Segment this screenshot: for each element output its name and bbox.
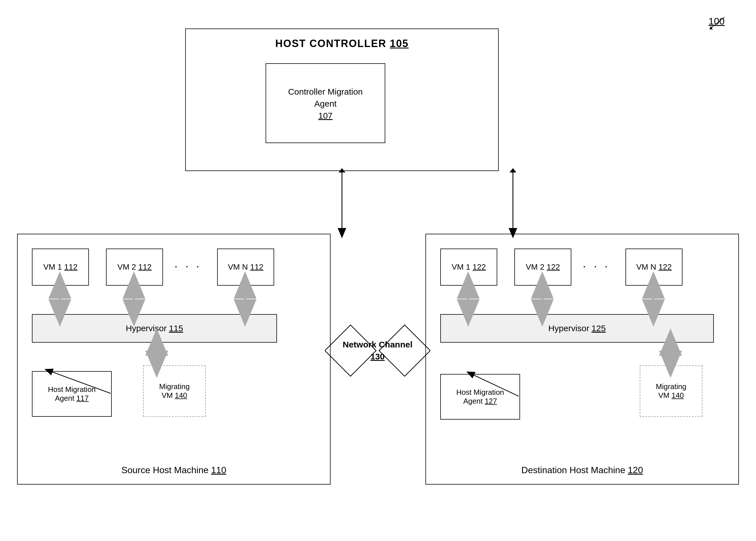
dest-migrating-vm-box: MigratingVM 140 <box>640 365 702 417</box>
dest-vm1-box: VM 1 122 <box>440 249 497 285</box>
source-vm2-ref: 112 <box>138 263 152 271</box>
dest-vmN-ref: 122 <box>658 263 672 271</box>
source-vm1-box: VM 1 112 <box>32 249 89 285</box>
host-controller-ref: 105 <box>390 38 409 49</box>
ref-100-arrow <box>705 14 727 31</box>
source-host-ref: 110 <box>211 465 226 475</box>
network-channel-ref: 130 <box>370 352 385 361</box>
dest-vm2-ref: 122 <box>547 263 560 271</box>
dest-migrating-vm-ref: 140 <box>671 391 684 400</box>
source-hypervisor-box: Hypervisor 115 <box>32 314 277 342</box>
dest-vm-dots: . . . <box>583 257 610 270</box>
source-vm-dots: . . . <box>175 257 202 270</box>
source-vm1-ref: 112 <box>64 263 78 271</box>
source-vm2-box: VM 2 112 <box>106 249 163 285</box>
source-vmN-ref: 112 <box>250 263 263 271</box>
source-migrating-vm-ref: 140 <box>175 391 187 400</box>
svg-line-0 <box>710 17 725 29</box>
network-channel-label: Network Channel 130 <box>342 338 412 362</box>
dest-hypervisor-ref: 125 <box>591 323 606 333</box>
dest-vm1-ref: 122 <box>473 263 486 271</box>
dest-hypervisor-box: Hypervisor 125 <box>440 314 714 342</box>
diagram: 100 HOST CONTROLLER 105 Controller Migra… <box>0 0 756 541</box>
host-controller-box: HOST CONTROLLER 105 Controller Migration… <box>185 29 499 171</box>
dest-vmN-box: VM N 122 <box>625 249 682 285</box>
dest-mig-agent-ref: 127 <box>485 397 497 405</box>
ctrl-migration-agent-box: Controller MigrationAgent 107 <box>265 63 385 143</box>
host-controller-label: HOST CONTROLLER 105 <box>186 38 498 50</box>
source-migrating-vm-box: MigratingVM 140 <box>143 365 206 417</box>
source-mig-agent-ref: 117 <box>76 394 89 402</box>
source-hypervisor-ref: 115 <box>169 323 183 333</box>
source-mig-agent-box: Host MigrationAgent 117 <box>32 371 112 417</box>
network-channel-box: Network Channel 130 <box>325 308 430 393</box>
source-host-label: Source Host Machine 110 <box>18 465 330 475</box>
svg-marker-15 <box>510 168 516 173</box>
dest-host-box: VM 1 122 VM 2 122 . . . VM N 122 Hypervi… <box>425 234 739 485</box>
source-host-box: VM 1 112 VM 2 112 . . . VM N 112 Hypervi… <box>17 234 331 485</box>
dest-vm2-box: VM 2 122 <box>514 249 571 285</box>
ctrl-migration-agent-label: Controller MigrationAgent <box>288 86 363 110</box>
source-vmN-box: VM N 112 <box>217 249 274 285</box>
dest-host-label: Destination Host Machine 120 <box>426 465 738 475</box>
ctrl-migration-agent-ref: 107 <box>318 111 333 121</box>
dest-host-ref: 120 <box>628 465 643 475</box>
dest-mig-agent-box: Host MigrationAgent 127 <box>440 374 520 419</box>
